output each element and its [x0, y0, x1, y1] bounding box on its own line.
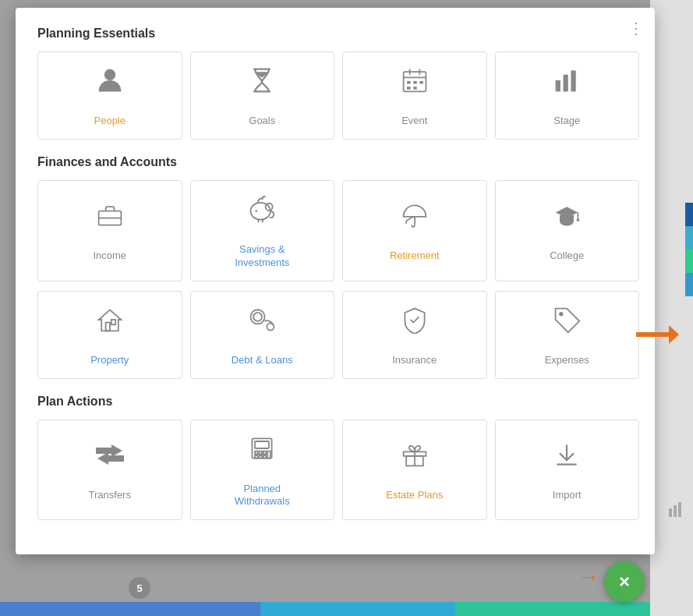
svg-rect-10 [419, 81, 423, 84]
person-icon [94, 66, 126, 107]
svg-rect-0 [669, 508, 672, 517]
svg-marker-38 [96, 444, 122, 457]
card-planned-withdrawals[interactable]: Planned Withdrawals [190, 420, 335, 521]
svg-rect-41 [255, 441, 269, 448]
svg-point-37 [559, 312, 563, 316]
card-event[interactable]: Event [342, 51, 487, 140]
section-title-planning: Planning Essentials [37, 27, 639, 41]
card-property-label: Property [90, 354, 129, 367]
bottom-color-bars [0, 602, 650, 616]
svg-point-20 [256, 210, 258, 212]
card-import[interactable]: Import [495, 420, 640, 521]
card-income[interactable]: Income [37, 180, 182, 281]
piggybank-icon [246, 195, 278, 235]
svg-rect-12 [413, 87, 417, 90]
card-property[interactable]: Property [37, 291, 182, 379]
tag-icon [551, 306, 582, 346]
card-expenses[interactable]: Expenses [495, 291, 640, 379]
grid-plan-actions: Transfers Planned Withdrawals [37, 420, 639, 521]
svg-rect-31 [111, 320, 115, 324]
card-college[interactable]: College [495, 180, 640, 281]
card-stage-label: Stage [553, 115, 580, 128]
main-panel: ⋮ Planning Essentials People Goals [16, 8, 655, 554]
svg-rect-42 [255, 451, 258, 454]
svg-rect-8 [407, 81, 411, 84]
colored-bar [685, 203, 693, 296]
svg-point-3 [104, 69, 115, 80]
card-transfers[interactable]: Transfers [37, 420, 182, 521]
card-insurance[interactable]: Insurance [342, 291, 487, 379]
svg-point-28 [577, 219, 580, 222]
card-stage[interactable]: Stage [495, 51, 640, 140]
bottom-right-arrow: → [578, 565, 599, 589]
card-retirement-label: Retirement [390, 250, 440, 263]
card-goals-label: Goals [249, 115, 275, 128]
svg-rect-11 [407, 87, 411, 90]
card-savings-label: Savings & Investments [235, 243, 289, 270]
svg-rect-9 [413, 81, 417, 84]
card-college-label: College [550, 250, 584, 263]
svg-rect-43 [260, 451, 263, 454]
section-title-plan-actions: Plan Actions [37, 395, 639, 409]
right-panel [650, 0, 693, 616]
card-people-label: People [94, 115, 126, 128]
svg-marker-39 [97, 452, 124, 465]
bottom-bar-teal [260, 602, 455, 616]
debtloans-icon [246, 306, 278, 346]
card-event-label: Event [401, 115, 427, 128]
close-button[interactable]: × [604, 561, 645, 602]
card-estate-plans[interactable]: Estate Plans [342, 420, 487, 521]
card-debt-loans[interactable]: Debt & Loans [190, 291, 335, 379]
card-expenses-label: Expenses [545, 354, 589, 367]
gift-icon [399, 441, 430, 481]
svg-rect-48 [267, 451, 270, 458]
bottom-bar-blue [0, 602, 260, 616]
hourglass-icon [246, 66, 278, 107]
card-retirement[interactable]: Retirement [342, 180, 487, 281]
bottom-bar-green [455, 602, 650, 616]
card-transfers-label: Transfers [89, 489, 131, 502]
card-insurance-label: Insurance [392, 354, 437, 367]
svg-rect-14 [564, 75, 568, 92]
card-import-label: Import [553, 489, 582, 502]
grid-planning-essentials: People Goals [37, 51, 639, 140]
close-icon: × [619, 572, 630, 591]
svg-rect-44 [263, 451, 267, 454]
barchart-icon [551, 66, 582, 107]
bar-chart-icon [668, 501, 685, 522]
section-title-finances: Finances and Accounts [37, 155, 639, 169]
svg-rect-47 [263, 455, 267, 458]
card-goals[interactable]: Goals [190, 51, 335, 140]
svg-rect-1 [674, 505, 677, 517]
svg-rect-13 [556, 80, 560, 91]
download-icon [551, 441, 582, 481]
card-planned-withdrawals-label: Planned Withdrawals [235, 483, 290, 509]
graduation-icon [551, 201, 582, 242]
svg-rect-45 [255, 455, 258, 458]
svg-point-18 [251, 203, 270, 220]
svg-rect-35 [636, 332, 669, 337]
grid-finances-row1: Income Savings & Investments [37, 180, 639, 281]
grid-finances-row2: Property Debt & Loans Insurance [37, 291, 639, 379]
card-debt-label: Debt & Loans [232, 354, 293, 367]
briefcase-icon [94, 201, 126, 242]
card-people[interactable]: People [37, 51, 182, 140]
calendar-icon [399, 66, 430, 107]
svg-rect-46 [260, 455, 263, 458]
umbrella-icon [399, 201, 430, 242]
card-estate-plans-label: Estate Plans [386, 489, 443, 502]
svg-rect-2 [678, 502, 681, 517]
expenses-arrow [636, 325, 679, 344]
house-icon [94, 306, 126, 346]
svg-rect-15 [571, 70, 576, 91]
svg-rect-30 [105, 322, 109, 331]
svg-point-33 [253, 313, 262, 321]
three-dots-menu[interactable]: ⋮ [628, 19, 644, 37]
svg-point-34 [267, 323, 274, 330]
card-income-label: Income [93, 250, 126, 263]
transfers-icon [94, 441, 126, 481]
shield-icon [399, 306, 430, 346]
badge-5: 5 [129, 577, 150, 599]
card-savings-investments[interactable]: Savings & Investments [190, 180, 335, 281]
svg-marker-36 [669, 325, 679, 344]
